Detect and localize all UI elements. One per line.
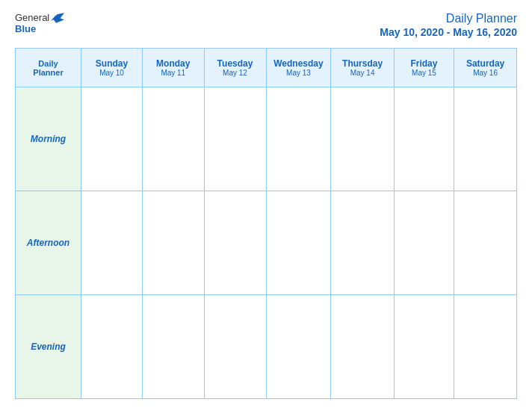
morning-friday-cell[interactable] [394, 87, 454, 191]
monday-date: May 11 [146, 69, 200, 77]
thursday-date: May 14 [334, 69, 390, 77]
evening-saturday-cell[interactable] [454, 295, 517, 399]
title-area: Daily Planner May 10, 2020 - May 16, 202… [380, 12, 517, 39]
logo-blue-text: Blue [15, 23, 36, 34]
header-sunday: Sunday May 10 [81, 49, 143, 87]
afternoon-label: Afternoon [16, 191, 81, 295]
title-main: Daily Planner [446, 12, 517, 25]
logo-general-text: General [15, 12, 49, 23]
thursday-name: Thursday [334, 58, 390, 69]
evening-friday-cell[interactable] [394, 295, 454, 399]
page: General Blue Daily Planner May 10, 2020 … [0, 0, 532, 411]
evening-monday-cell[interactable] [143, 295, 204, 399]
logo-text: General [15, 12, 64, 23]
title-dates: May 10, 2020 - May 16, 2020 [380, 26, 517, 38]
wednesday-name: Wednesday [270, 58, 328, 69]
evening-label: Evening [16, 295, 81, 399]
morning-label: Morning [16, 87, 81, 191]
morning-tuesday-cell[interactable] [204, 87, 266, 191]
morning-thursday-cell[interactable] [331, 87, 394, 191]
logo-bird-icon [51, 13, 64, 23]
tuesday-name: Tuesday [208, 58, 263, 69]
evening-row: Evening [16, 295, 517, 399]
afternoon-saturday-cell[interactable] [454, 191, 517, 295]
evening-wednesday-cell[interactable] [266, 295, 331, 399]
friday-name: Friday [398, 58, 451, 69]
corner-daily: Daily [19, 59, 78, 68]
morning-wednesday-cell[interactable] [266, 87, 331, 191]
afternoon-thursday-cell[interactable] [331, 191, 394, 295]
tuesday-date: May 12 [208, 69, 263, 77]
afternoon-wednesday-cell[interactable] [266, 191, 331, 295]
header-monday: Monday May 11 [143, 49, 204, 87]
friday-date: May 15 [398, 69, 451, 77]
saturday-name: Saturday [457, 58, 513, 69]
afternoon-tuesday-cell[interactable] [204, 191, 266, 295]
evening-tuesday-cell[interactable] [204, 295, 266, 399]
calendar-table: Daily Planner Sunday May 10 Monday May 1… [15, 48, 517, 399]
logo-area: General Blue [15, 12, 64, 34]
header-tuesday: Tuesday May 12 [204, 49, 266, 87]
header-thursday: Thursday May 14 [331, 49, 394, 87]
sunday-date: May 10 [84, 69, 139, 77]
morning-sunday-cell[interactable] [81, 87, 143, 191]
saturday-date: May 16 [457, 69, 513, 77]
afternoon-sunday-cell[interactable] [81, 191, 143, 295]
sunday-name: Sunday [84, 58, 139, 69]
evening-sunday-cell[interactable] [81, 295, 143, 399]
morning-row: Morning [16, 87, 517, 191]
header-friday: Friday May 15 [394, 49, 454, 87]
header-row: Daily Planner Sunday May 10 Monday May 1… [16, 49, 517, 87]
evening-thursday-cell[interactable] [331, 295, 394, 399]
header: General Blue Daily Planner May 10, 2020 … [15, 12, 517, 39]
header-saturday: Saturday May 16 [454, 49, 517, 87]
corner-planner: Planner [19, 68, 78, 77]
afternoon-monday-cell[interactable] [143, 191, 204, 295]
header-wednesday: Wednesday May 13 [266, 49, 331, 87]
morning-saturday-cell[interactable] [454, 87, 517, 191]
afternoon-row: Afternoon [16, 191, 517, 295]
corner-cell: Daily Planner [16, 49, 81, 87]
monday-name: Monday [146, 58, 200, 69]
svg-marker-0 [51, 13, 64, 23]
afternoon-friday-cell[interactable] [394, 191, 454, 295]
morning-monday-cell[interactable] [143, 87, 204, 191]
wednesday-date: May 13 [270, 69, 328, 77]
